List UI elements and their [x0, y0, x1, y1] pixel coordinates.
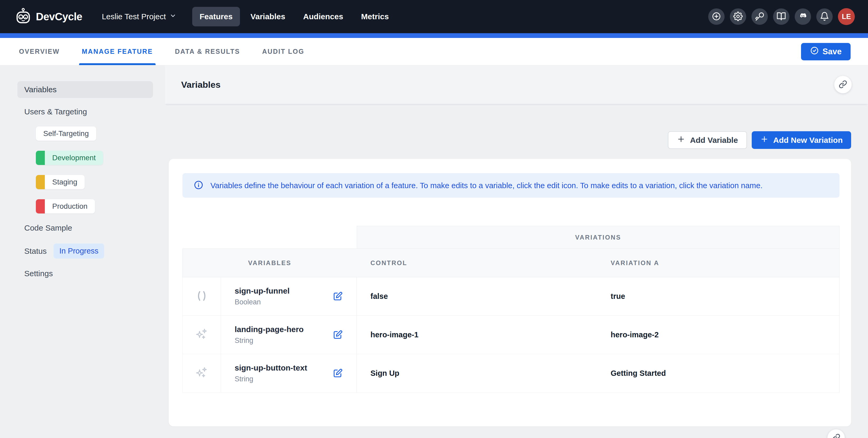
variation-a-value-cell: Getting Started [598, 354, 839, 393]
control-value-cell: hero-image-1 [357, 316, 598, 354]
check-circle-icon [810, 46, 819, 57]
variable-name-block: sign-up-button-text String [235, 363, 332, 383]
sidebar-item-self-targeting[interactable]: Self-Targeting [36, 127, 96, 141]
status-label: Status [24, 247, 47, 256]
plus-icon [760, 135, 769, 145]
docs-button[interactable] [773, 8, 789, 25]
column-header-variables: VARIABLES [182, 248, 357, 277]
variable-name: sign-up-button-text [235, 363, 332, 372]
brand-name: DevCycle [36, 11, 82, 23]
chevron-down-icon [169, 12, 176, 21]
top-nav: DevCycle Leslie Test Project Features Va… [0, 0, 868, 33]
table-row-name-cell: landing-page-hero String [221, 316, 357, 354]
tab-data-results[interactable]: DATA & RESULTS [174, 38, 241, 65]
add-new-variation-button[interactable]: Add New Variation [752, 131, 851, 149]
page-title: Variables [181, 79, 220, 90]
progress-bar [0, 33, 868, 38]
sidebar-item-production[interactable]: Production [36, 199, 95, 213]
add-variable-label: Add Variable [690, 136, 738, 145]
variable-name: sign-up-funnel [235, 287, 332, 296]
primary-nav: Features Variables Audiences Metrics [192, 7, 396, 26]
edit-variable-button[interactable] [332, 329, 343, 341]
discord-icon [798, 11, 808, 22]
sidebar-item-users-targeting[interactable]: Users & Targeting [18, 107, 165, 116]
nav-item-audiences[interactable]: Audiences [296, 7, 351, 26]
table-row-type-cell [182, 354, 221, 393]
sidebar-item-staging[interactable]: Staging [36, 175, 85, 189]
save-button[interactable]: Save [801, 43, 850, 60]
env-color-bar [36, 199, 45, 213]
tab-manage-feature[interactable]: MANAGE FEATURE [81, 38, 154, 65]
add-circle-icon [712, 11, 721, 22]
sidebar-item-development[interactable]: Development [36, 151, 103, 165]
nav-icon-tray: LE [708, 8, 855, 25]
brand: DevCycle [15, 8, 82, 26]
variable-name-block: landing-page-hero String [235, 325, 332, 345]
bell-icon [820, 11, 829, 22]
plus-icon [677, 135, 685, 145]
env-color-bar [36, 175, 45, 189]
variations-group-header: VARIATIONS [357, 226, 839, 248]
variation-a-value-cell: true [598, 277, 839, 316]
variable-type: String [235, 375, 332, 383]
notifications-button[interactable] [816, 8, 833, 25]
page-body: Variables Users & Targeting Self-Targeti… [0, 65, 868, 438]
key-icon [755, 11, 764, 22]
column-header-control: CONTROL [357, 248, 598, 277]
status-row: Status In Progress [24, 243, 165, 259]
variable-type: String [235, 337, 332, 345]
variable-name: landing-page-hero [235, 325, 332, 334]
table-row-name-cell: sign-up-funnel Boolean [221, 277, 357, 316]
table-header-spacer [182, 226, 357, 248]
gear-icon [733, 11, 743, 22]
control-value-cell: Sign Up [357, 354, 598, 393]
info-banner-text: Variables define the behaviour of each v… [210, 181, 763, 190]
discord-button[interactable] [795, 8, 811, 25]
link-icon [832, 434, 840, 438]
nav-item-metrics[interactable]: Metrics [354, 7, 396, 26]
copy-next-section-link-button[interactable] [827, 429, 845, 438]
variable-type: Boolean [235, 298, 332, 306]
table-row-type-cell [182, 316, 221, 354]
sidebar-item-code-sample[interactable]: Code Sample [18, 224, 165, 232]
variables-table: VARIATIONS VARIABLES CONTROL VARIATION A… [182, 226, 839, 393]
project-selector-label: Leslie Test Project [102, 12, 166, 21]
table-actions: Add Variable Add New Variation [165, 131, 868, 149]
variable-name-block: sign-up-funnel Boolean [235, 287, 332, 306]
table-row-name-cell: sign-up-button-text String [221, 354, 357, 393]
table-row-type-cell [182, 277, 221, 316]
sidebar-item-settings[interactable]: Settings [18, 269, 165, 278]
nav-item-variables[interactable]: Variables [243, 7, 293, 26]
tab-audit-log[interactable]: AUDIT LOG [261, 38, 305, 65]
add-new-variation-label: Add New Variation [773, 136, 843, 145]
edit-variable-button[interactable] [332, 291, 343, 302]
copy-section-link-button[interactable] [834, 76, 851, 93]
tab-overview[interactable]: OVERVIEW [18, 38, 61, 65]
sidebar-item-variables[interactable]: Variables [18, 81, 153, 98]
link-icon [839, 80, 847, 89]
devcycle-logo-icon [15, 8, 32, 26]
environment-list: Self-Targeting Development Staging Produ… [36, 127, 165, 224]
feature-tab-bar: OVERVIEW MANAGE FEATURE DATA & RESULTS A… [0, 38, 868, 65]
edit-variable-button[interactable] [332, 368, 343, 379]
settings-button[interactable] [730, 8, 746, 25]
string-sparkles-icon [194, 327, 209, 343]
info-banner: Variables define the behaviour of each v… [182, 173, 839, 198]
env-color-bar [36, 151, 45, 165]
nav-item-features[interactable]: Features [192, 7, 240, 26]
book-icon [776, 11, 786, 22]
save-button-label: Save [823, 47, 842, 57]
section-header: Variables [165, 65, 868, 104]
control-value-cell: false [357, 277, 598, 316]
project-selector[interactable]: Leslie Test Project [102, 12, 176, 21]
add-circle-button[interactable] [708, 8, 724, 25]
string-sparkles-icon [194, 366, 209, 381]
status-badge: In Progress [54, 243, 104, 259]
api-keys-button[interactable] [751, 8, 768, 25]
add-variable-button[interactable]: Add Variable [668, 131, 747, 149]
info-icon [193, 180, 204, 191]
column-header-variation-a: VARIATION A [598, 248, 839, 277]
user-avatar[interactable]: LE [838, 8, 855, 25]
main-content: Variables Add Variable Add New Variation [165, 65, 868, 438]
feature-sidebar: Variables Users & Targeting Self-Targeti… [0, 65, 165, 438]
